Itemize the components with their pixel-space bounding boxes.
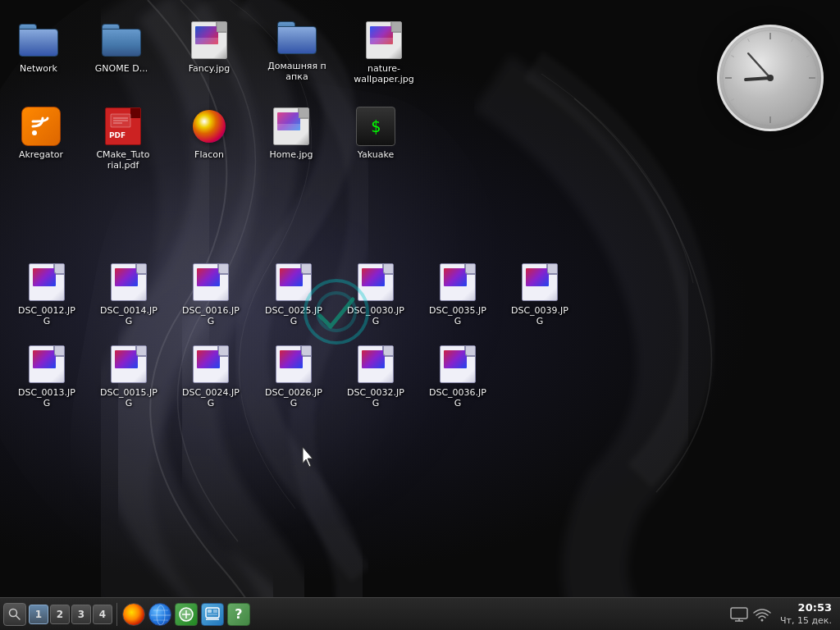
- fancy-jpg-icon: [189, 21, 229, 60]
- dsc0015-label: DSC_0015.JPG: [97, 387, 161, 409]
- konqueror-icon: [148, 603, 171, 626]
- taskbar-dolphin[interactable]: [201, 603, 224, 626]
- taskbar: 1 2 3 4: [0, 597, 840, 630]
- gnome-label: GNOME D...: [95, 63, 148, 74]
- kde-app-icon: [175, 603, 198, 626]
- dsc0039-icon: [520, 262, 559, 302]
- dsc0024-label: DSC_0024.JPG: [179, 387, 243, 409]
- desktop-icon-dsc0016[interactable]: DSC_0016.JPG: [178, 262, 244, 326]
- dsc0016-icon: [191, 262, 231, 302]
- desktop-icon-yakuake[interactable]: $ Yakuake: [343, 107, 409, 160]
- nature-wallpaper-icon: [364, 21, 404, 60]
- taskbar-konqueror[interactable]: [148, 603, 171, 626]
- dsc0014-label: DSC_0014.JPG: [97, 305, 161, 326]
- dsc0035-label: DSC_0035.JPG: [426, 305, 490, 326]
- akregator-label: Akregator: [19, 149, 63, 160]
- dsc0036-label: DSC_0036.JPG: [426, 387, 490, 409]
- svg-line-17: [748, 39, 750, 41]
- dsc0032-label: DSC_0032.JPG: [344, 387, 408, 409]
- svg-line-11: [806, 56, 809, 57]
- svg-point-0: [32, 130, 37, 135]
- taskbar-separator-1: [116, 603, 117, 626]
- svg-line-18: [746, 78, 770, 80]
- desktop-icon-dsc0024[interactable]: DSC_0024.JPG: [178, 345, 244, 409]
- yakuake-icon: $: [356, 107, 395, 146]
- desktop-icon-flacon[interactable]: Flacon: [176, 107, 242, 160]
- desktop-area: Network GNOME D... Fancy.jpg Дом: [0, 0, 840, 597]
- desktop-icon-dsc0012[interactable]: DSC_0012.JPG: [14, 262, 80, 326]
- network-label: Network: [20, 63, 57, 74]
- svg-rect-29: [208, 609, 212, 613]
- workspace-button-4[interactable]: 4: [93, 605, 112, 624]
- desktop-icon-dsc0014[interactable]: DSC_0014.JPG: [96, 262, 162, 326]
- dsc0013-icon: [27, 345, 66, 384]
- flacon-label: Flacon: [194, 149, 224, 160]
- dsc0024-icon: [191, 345, 231, 384]
- desktop-icon-gnome[interactable]: GNOME D...: [89, 21, 154, 74]
- yakuake-label: Yakuake: [358, 149, 394, 160]
- tray-wifi-icon[interactable]: [752, 605, 772, 624]
- plasma-loading-indicator: [304, 279, 369, 345]
- desktop-icon-network[interactable]: Network: [6, 21, 71, 74]
- clock-face: [717, 25, 824, 131]
- help-icon: ?: [227, 603, 250, 626]
- desktop-icon-dsc0036[interactable]: DSC_0036.JPG: [425, 345, 491, 409]
- svg-rect-27: [206, 608, 219, 618]
- home-jpg-label: Home.jpg: [269, 149, 313, 160]
- desktop-icon-dsc0026[interactable]: DSC_0026.JPG: [261, 345, 326, 409]
- flacon-icon: [189, 107, 229, 146]
- dsc0014-icon: [109, 262, 148, 302]
- clock-date: Чт, 15 дек.: [780, 615, 832, 627]
- dsc0032-icon: [356, 345, 395, 384]
- taskbar-help[interactable]: ?: [227, 603, 250, 626]
- desktop-icon-home-jpg[interactable]: Home.jpg: [258, 107, 324, 160]
- clock-time: 20:53: [798, 601, 832, 615]
- dsc0012-icon: [27, 262, 66, 302]
- desktop-icon-home-folder[interactable]: Домашняя папка: [264, 18, 330, 82]
- dsc0036-icon: [438, 345, 477, 384]
- taskbar-firefox[interactable]: [122, 603, 145, 626]
- dsc0012-label: DSC_0012.JPG: [15, 305, 79, 326]
- dsc0039-label: DSC_0039.JPG: [508, 305, 572, 326]
- svg-line-12: [806, 99, 809, 101]
- taskbar-clock[interactable]: 20:53 Чт, 15 дек.: [775, 601, 837, 627]
- desktop-clock: [717, 25, 824, 131]
- cmake-pdf-label: CMake_Tutorial.pdf: [96, 149, 149, 171]
- taskbar-search-button[interactable]: [3, 603, 26, 626]
- svg-line-10: [792, 39, 793, 41]
- svg-line-22: [16, 615, 21, 619]
- svg-line-15: [731, 99, 733, 101]
- system-tray: [729, 605, 772, 624]
- dsc0026-label: DSC_0026.JPG: [262, 387, 326, 409]
- desktop-icon-dsc0032[interactable]: DSC_0032.JPG: [343, 345, 409, 409]
- dsc0015-icon: [109, 345, 148, 384]
- desktop-icon-dsc0035[interactable]: DSC_0035.JPG: [425, 262, 491, 326]
- firefox-icon: [122, 603, 145, 626]
- taskbar-kde-app[interactable]: [175, 603, 198, 626]
- home-folder-label: Домашняя папка: [267, 61, 326, 82]
- desktop-icon-fancy-jpg[interactable]: Fancy.jpg: [176, 21, 242, 74]
- svg-point-20: [767, 75, 774, 81]
- desktop-icon-akregator[interactable]: Akregator: [8, 107, 74, 160]
- fancy-jpg-label: Fancy.jpg: [189, 63, 231, 74]
- desktop-icon-cmake-pdf[interactable]: PDF CMake_Tutorial.pdf: [90, 107, 156, 171]
- desktop-icon-dsc0039[interactable]: DSC_0039.JPG: [507, 262, 573, 326]
- workspace-button-2[interactable]: 2: [50, 605, 70, 624]
- tray-display-icon[interactable]: [729, 605, 749, 624]
- dsc0016-label: DSC_0016.JPG: [179, 305, 243, 326]
- desktop-icon-dsc0015[interactable]: DSC_0015.JPG: [96, 345, 162, 409]
- dsc0026-icon: [274, 345, 313, 384]
- workspace-button-3[interactable]: 3: [71, 605, 91, 624]
- svg-line-14: [748, 114, 750, 116]
- desktop-icon-nature-wallpaper[interactable]: nature-wallpaper.jpg: [351, 21, 417, 84]
- mouse-cursor: [301, 445, 317, 468]
- desktop-icon-dsc0013[interactable]: DSC_0013.JPG: [14, 345, 80, 409]
- home-folder-icon: [277, 18, 317, 57]
- workspace-button-1[interactable]: 1: [29, 605, 48, 624]
- svg-line-16: [731, 56, 733, 57]
- svg-line-19: [748, 53, 770, 78]
- cmake-pdf-icon: PDF: [103, 107, 143, 146]
- akregator-icon: [21, 107, 61, 146]
- home-jpg-icon: [272, 107, 311, 146]
- gnome-folder-icon: [102, 21, 141, 60]
